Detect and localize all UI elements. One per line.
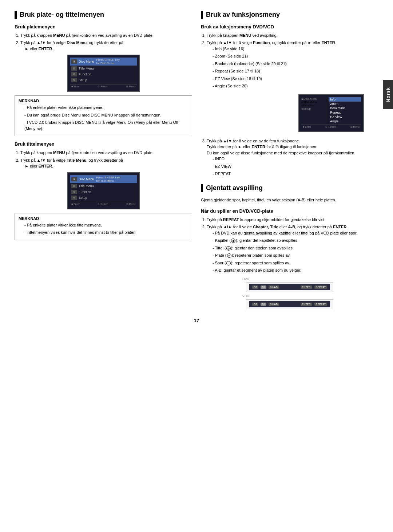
tittel-step-1: Trykk på knappen MENU på fjernkontrollen… xyxy=(20,150,192,156)
function-screen: ▣Disc Menu ▤Title Menu ⚙Function ⚙Setup xyxy=(298,94,364,132)
tittel-steps: Trykk på knappen MENU på fjernkontrollen… xyxy=(15,150,192,169)
tittel-step-2: Trykk på ▲/▼ for å velge Title Menu, og … xyxy=(20,157,192,169)
plate-steps: Trykk på knappen MENU på fjernkontrollen… xyxy=(15,32,192,52)
function-zoom: Zoom (Se side 21) xyxy=(213,53,378,59)
title-icon: ◎ xyxy=(226,246,231,251)
dvdvcd-step-1: Trykk på knappen MENU ved avspilling. xyxy=(207,32,378,39)
chapter-icon: ◉ xyxy=(231,239,235,243)
vcd-screen: Off 01 01 A-B ENTER REPEAT xyxy=(246,299,333,309)
dvd-01-btn: 01 xyxy=(261,285,266,289)
plate-icon: ● xyxy=(227,253,231,258)
left-section-title: Bruk plate- og tittelmenyen xyxy=(15,11,192,19)
dvd-label: DVD xyxy=(242,277,337,281)
zoom-item: Zoom xyxy=(329,102,361,106)
dvd-enter-btn: ENTER xyxy=(301,285,312,289)
function-info: Info (Se side 16) xyxy=(213,46,378,52)
remote-list: INFO EZ VIEW REPEAT xyxy=(207,156,378,177)
function-icon-2: ⚙ xyxy=(71,190,77,194)
title-menu-icon: ▤ xyxy=(71,66,77,71)
dvdvcd-subsection-title: Bruk av fuksjonsmeny DVD/VCD xyxy=(201,24,378,29)
ezview-item: EZ View xyxy=(329,115,361,119)
function-angle: Angle (Se side 20) xyxy=(213,83,378,89)
merknad-box-2: MERKNAD På enkelte plater virker ikke ti… xyxy=(15,213,192,240)
title-screen-function: ⚙ Function xyxy=(70,189,137,195)
gjentatt-steps: Trykk på REPEAT-knappen og skjermbildet … xyxy=(201,217,378,273)
function-repeat: Repeat (Se side 17 til 18) xyxy=(213,68,378,74)
func-screen-function: ⚙Function xyxy=(301,104,327,107)
vcd-label: VCD xyxy=(242,294,337,298)
gjentatt-step-1: Trykk på REPEAT-knappen og skjermbildet … xyxy=(207,217,378,223)
gjentatt-item-1: På DVD kan du gjenta avspilling av kapit… xyxy=(213,230,378,236)
remote-info: INFO xyxy=(213,156,378,162)
disc-menu-item-discmenu: ▣ Disc Menu Press ENTER keyfor Disc Menu xyxy=(70,58,137,66)
gjentatt-item-2: Kapittel (◉): gjentar det kapittelet so … xyxy=(213,237,378,244)
screen-bottom-bar-1: ■ Enter ⊙ Return ⊞ Menu xyxy=(70,84,137,89)
func-screen-bottom: ■ Enter ⊙ Return ⊞ Menu xyxy=(301,125,361,129)
disc-menu-screen: ▣ Disc Menu Press ENTER keyfor Disc Menu… xyxy=(67,55,140,92)
dvd-01ab-btn: 01 A-B xyxy=(269,285,279,289)
gjentatt-item-4: Plate (●): repeterer platen som spilles … xyxy=(213,252,378,259)
bookmark-item: Bookmark xyxy=(329,106,361,110)
dvdvcd-steps-2: Trykk på ▲/▼ for å velge en av de fem fu… xyxy=(201,138,378,177)
func-screen-discmenu: ▣Disc Menu xyxy=(301,97,327,101)
gjentatt-title: Gjentatt avspilling xyxy=(201,184,378,192)
merknad-item-2: Du kan også bruge Disc Menu med DISC MEN… xyxy=(24,112,188,118)
plate-subsection-title: Bruk platemenyen xyxy=(15,24,192,29)
title-screen-discmenu: ▣ Disc Menu Press ENTER keyfor Title Men… xyxy=(70,175,137,183)
tittel-subsection-title: Bruk tittelmenyen xyxy=(15,141,192,147)
language-tab: Norsk xyxy=(383,80,393,109)
title-icon-2: ▤ xyxy=(71,184,77,188)
dvdvcd-step-2: Trykk på ▲/▼ for å velge Function, og tr… xyxy=(207,40,378,89)
merknad-box-1: MERKNAD På enkelte plater virker ikke pl… xyxy=(15,95,192,136)
disc-menu-icon-2: ▣ xyxy=(71,177,77,181)
setup-icon: ⚙ xyxy=(71,78,77,82)
dvd-off-btn: Off xyxy=(252,285,258,289)
gjentatt-item-3: Tittel (◎): gjentar den tittelen som avs… xyxy=(213,245,378,251)
merknad-item-1: På enkelte plater virker ikke platemenye… xyxy=(24,105,188,111)
gjentatt-intro: Gjenta gjeldende spor, kapittel, tittel,… xyxy=(201,197,378,203)
merknad-title-1: MERKNAD xyxy=(19,99,188,103)
merknad-list-1: På enkelte plater virker ikke platemenye… xyxy=(19,105,188,131)
gjentatt-item-5: Spor (○): repeterer sporet som spilles a… xyxy=(213,260,378,266)
merknad-title-2: MERKNAD xyxy=(19,216,188,221)
plate-step-1: Trykk på knappen MENU på fjernkontrollen… xyxy=(20,32,192,39)
track-icon: ○ xyxy=(226,261,231,265)
disc-menu-item-function: ⚙ Function xyxy=(70,71,137,77)
vcd-repeat-btn: REPEAT xyxy=(314,303,328,306)
vcd-01-btn: 01 xyxy=(261,303,266,306)
gjentatt-section: Gjentatt avspilling Gjenta gjeldende spo… xyxy=(201,184,378,311)
function-list: Info (Se side 16) Zoom (Se side 21) Book… xyxy=(207,46,378,89)
repeat-item: Repeat xyxy=(329,110,361,115)
gjentatt-item-6: A-B: gjentar et segment av platen som du… xyxy=(213,267,378,273)
screen-bottom-bar-2: ■ Enter ⊙ Return ⊞ Menu xyxy=(70,202,137,206)
dvd-repeat-btn: REPEAT xyxy=(314,285,328,289)
right-section-title: Bruk av funksjonsmeny xyxy=(201,11,378,19)
gjentatt-list: På DVD kan du gjenta avspilling av kapit… xyxy=(207,230,378,273)
remote-ezview: EZ VIEW xyxy=(213,163,378,170)
vcd-01ab-btn: 01 A-B xyxy=(269,303,279,306)
repeat-mockups: DVD Off 01 01 A-B ENTER REPEAT xyxy=(201,277,378,311)
gjentatt-step-2: Trykk på ◄/► for å velge Chapter, Title … xyxy=(207,224,378,273)
plate-step-2: Trykk på ▲/▼ for å velge Disc Menu, og t… xyxy=(20,40,192,52)
vcd-off-btn: Off xyxy=(252,303,258,306)
title-menu-screen: ▣ Disc Menu Press ENTER keyfor Title Men… xyxy=(67,172,140,209)
merknad-item-4: På enkelte plater virker ikke tittelmeny… xyxy=(24,222,188,228)
page-number: 17 xyxy=(15,318,378,323)
merknad-item-5: Tittelmenyen vises kun hvis det finnes m… xyxy=(24,229,188,236)
remote-repeat: REPEAT xyxy=(213,171,378,177)
merknad-list-2: På enkelte plater virker ikke tittelmeny… xyxy=(19,222,188,236)
disc-menu-item-titlemenu: ▤ Title Menu xyxy=(70,66,137,71)
function-bookmark: Bookmark (bokmerke) (Se side 20 til 21) xyxy=(213,61,378,67)
setup-icon-2: ⚙ xyxy=(71,196,77,200)
func-screen-setup: ⚙Setup xyxy=(301,107,327,110)
function-ezview: EZ View (Se side 18 til 19) xyxy=(213,76,378,82)
dvdvcd-plate-title: Når du spiller en DVD/VCD-plate xyxy=(201,208,378,214)
function-icon: ⚙ xyxy=(71,72,77,76)
title-screen-titlemenu: ▤ Title Menu xyxy=(70,183,137,189)
disc-menu-item-setup: ⚙ Setup xyxy=(70,77,137,83)
disc-menu-icon: ▣ xyxy=(71,59,77,64)
info-item: Info xyxy=(329,97,361,102)
vcd-enter-btn: ENTER xyxy=(301,303,312,306)
dvd-screen: Off 01 01 A-B ENTER REPEAT xyxy=(246,282,333,292)
func-screen-titlemenu: ▤Title Menu xyxy=(301,101,327,104)
